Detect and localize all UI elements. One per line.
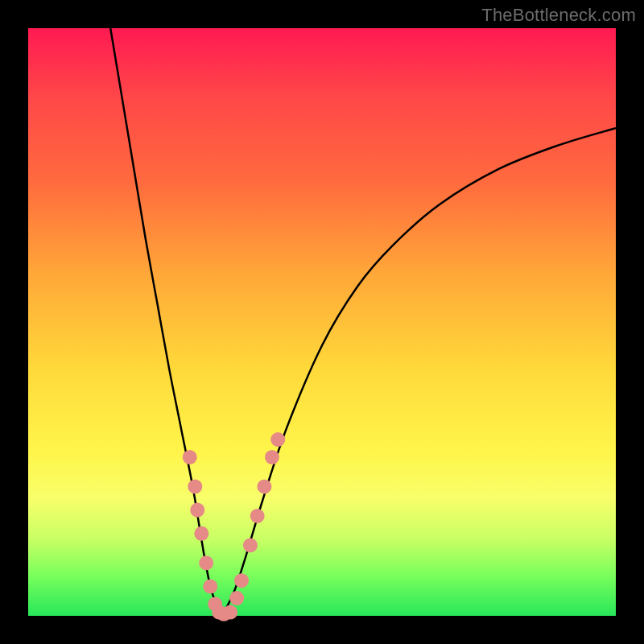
data-marker	[265, 450, 279, 464]
right-curve	[222, 128, 616, 616]
watermark-text: TheBottleneck.com	[481, 5, 636, 26]
data-marker	[194, 526, 208, 541]
data-marker	[270, 432, 285, 447]
data-marker	[257, 479, 271, 493]
data-marker	[203, 580, 217, 594]
data-marker	[250, 509, 265, 523]
data-marker	[223, 605, 237, 620]
data-marker	[243, 538, 258, 552]
marker-group	[183, 432, 286, 621]
data-marker	[188, 479, 202, 493]
data-marker	[234, 573, 249, 588]
data-marker	[183, 450, 197, 464]
data-marker	[199, 555, 213, 570]
chart-container: TheBottleneck.com	[0, 0, 644, 644]
data-marker	[229, 591, 244, 605]
plot-area	[28, 28, 616, 616]
data-marker	[190, 503, 204, 518]
chart-svg	[28, 28, 616, 616]
